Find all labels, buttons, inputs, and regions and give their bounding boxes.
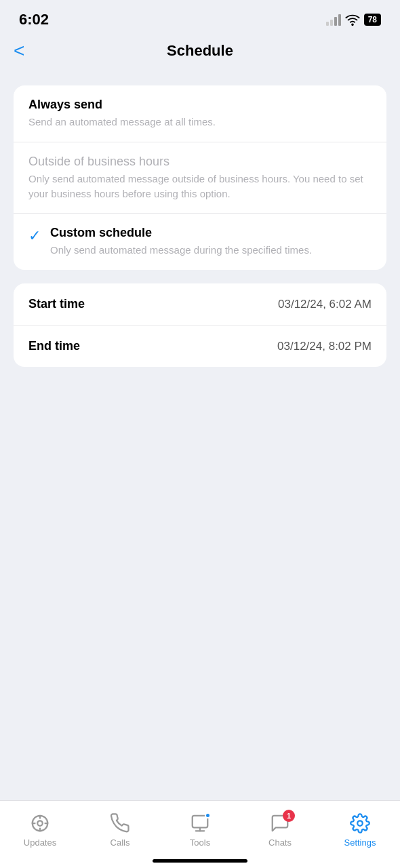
outside-business-option[interactable]: Outside of business hours Only send auto… (14, 142, 386, 214)
tab-tools[interactable]: Tools (173, 812, 227, 848)
main-content: Always send Send an automated message at… (0, 72, 400, 367)
updates-icon (29, 812, 51, 834)
chats-icon: 1 (269, 812, 291, 834)
schedule-options-card: Always send Send an automated message at… (14, 85, 386, 270)
status-icons: 78 (326, 12, 381, 27)
custom-schedule-content: Custom schedule Only send automated mess… (50, 226, 372, 258)
wifi-icon (345, 12, 360, 27)
settings-label: Settings (344, 837, 376, 848)
status-time: 6:02 (19, 11, 49, 28)
tab-updates[interactable]: Updates (13, 812, 67, 848)
tab-settings[interactable]: Settings (333, 812, 387, 848)
outside-business-desc: Only send automated message outside of b… (28, 172, 372, 201)
chats-label: Chats (268, 837, 292, 848)
custom-schedule-desc: Only send automated message during the s… (50, 243, 372, 258)
custom-schedule-title: Custom schedule (50, 226, 372, 240)
page-title: Schedule (167, 42, 233, 60)
svg-point-0 (352, 24, 353, 25)
tools-label: Tools (190, 837, 210, 848)
back-button[interactable]: < (14, 41, 24, 60)
start-time-row[interactable]: Start time 03/12/24, 6:02 AM (14, 283, 386, 325)
status-bar: 6:02 78 (0, 0, 400, 35)
header: < Schedule (0, 35, 400, 72)
start-time-value: 03/12/24, 6:02 AM (278, 298, 372, 311)
updates-label: Updates (24, 837, 56, 848)
signal-icon (326, 14, 341, 26)
always-send-option[interactable]: Always send Send an automated message at… (14, 85, 386, 142)
end-time-label: End time (28, 339, 80, 353)
tab-calls[interactable]: Calls (93, 812, 147, 848)
check-icon: ✓ (28, 227, 41, 245)
always-send-title: Always send (28, 98, 372, 112)
time-settings-card: Start time 03/12/24, 6:02 AM End time 03… (14, 283, 386, 367)
start-time-label: Start time (28, 297, 85, 311)
outside-business-title: Outside of business hours (28, 155, 372, 169)
home-indicator (153, 859, 247, 863)
tab-chats[interactable]: 1 Chats (253, 812, 307, 848)
chats-badge: 1 (283, 810, 295, 822)
tools-icon (189, 812, 211, 834)
always-send-desc: Send an automated message at all times. (28, 115, 372, 130)
svg-point-10 (357, 821, 363, 826)
svg-point-2 (37, 821, 43, 826)
end-time-row[interactable]: End time 03/12/24, 8:02 PM (14, 325, 386, 367)
calls-icon (109, 812, 131, 834)
settings-icon (349, 812, 371, 834)
tab-bar: Updates Calls Tools 1 Chats (0, 800, 400, 868)
calls-label: Calls (111, 837, 130, 848)
battery-indicator: 78 (364, 14, 381, 26)
end-time-value: 03/12/24, 8:02 PM (277, 340, 372, 353)
custom-schedule-option[interactable]: ✓ Custom schedule Only send automated me… (14, 213, 386, 270)
